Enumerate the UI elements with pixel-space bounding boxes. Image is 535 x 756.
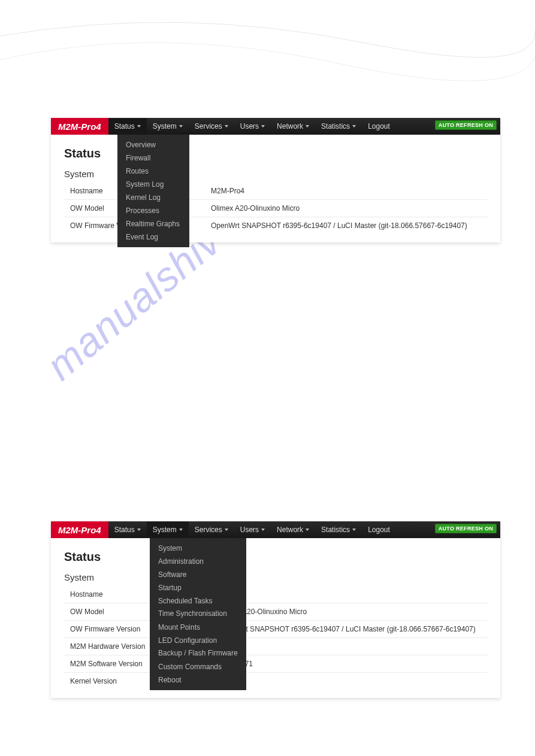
- caret-icon: [261, 529, 265, 531]
- caret-icon: [352, 529, 356, 531]
- nav: Status System Services Users Network Sta…: [108, 118, 396, 135]
- row-val: M2M-Pro4: [205, 183, 487, 200]
- table-row: OW Firmware Version enWrt SNAPSHOT r6395…: [64, 621, 487, 638]
- menu-scheduled-tasks[interactable]: Scheduled Tasks: [150, 594, 246, 608]
- nav-network[interactable]: Network: [271, 118, 315, 135]
- nav-network-label: Network: [277, 526, 303, 534]
- row-val: Olimex A20-Olinuxino Micro: [205, 200, 487, 217]
- menu-routes[interactable]: Routes: [117, 165, 189, 178]
- decorative-wave: [0, 0, 535, 96]
- nav-services[interactable]: Services: [189, 118, 234, 135]
- auto-refresh-badge[interactable]: AUTO REFRESH ON: [435, 524, 497, 533]
- nav-users[interactable]: Users: [234, 521, 271, 538]
- caret-icon: [225, 529, 228, 531]
- table-row: M2M Software Version 905271: [64, 655, 487, 673]
- caret-icon: [352, 125, 356, 127]
- nav-logout-label: Logout: [368, 122, 390, 130]
- auto-refresh-badge[interactable]: AUTO REFRESH ON: [435, 120, 497, 130]
- caret-icon: [306, 125, 309, 127]
- caret-icon: [179, 529, 183, 531]
- nav-statistics[interactable]: Statistics: [315, 521, 362, 538]
- nav-status[interactable]: Status: [108, 521, 147, 538]
- navbar: M2M-Pro4 Status System Services Users Ne…: [51, 521, 500, 538]
- nav-system-label: System: [153, 122, 177, 130]
- nav-services-label: Services: [195, 526, 222, 534]
- nav-users-label: Users: [240, 122, 259, 130]
- menu-led-config[interactable]: LED Configuration: [150, 634, 246, 647]
- nav: Status System Services Users Network Sta…: [108, 521, 396, 538]
- menu-realtime-graphs[interactable]: Realtime Graphs: [117, 217, 189, 230]
- nav-services[interactable]: Services: [189, 521, 234, 538]
- nav-network[interactable]: Network: [271, 521, 315, 538]
- brand[interactable]: M2M-Pro4: [51, 118, 108, 135]
- menu-administration[interactable]: Administration: [150, 555, 246, 568]
- nav-logout-label: Logout: [368, 526, 390, 534]
- brand[interactable]: M2M-Pro4: [51, 521, 108, 538]
- nav-statistics[interactable]: Statistics: [315, 118, 362, 135]
- menu-time-sync[interactable]: Time Synchronisation: [150, 608, 246, 621]
- caret-icon: [306, 529, 309, 531]
- menu-overview[interactable]: Overview: [117, 138, 189, 151]
- menu-processes[interactable]: Processes: [117, 204, 189, 217]
- row-val: enWrt SNAPSHOT r6395-6c19407 / LuCI Mast…: [205, 621, 487, 638]
- nav-status-label: Status: [114, 526, 135, 534]
- nav-users[interactable]: Users: [234, 118, 271, 135]
- screenshot-system-menu: M2M-Pro4 Status System Services Users Ne…: [51, 521, 500, 698]
- row-val: Pro4: [205, 586, 487, 603]
- nav-logout[interactable]: Logout: [362, 521, 396, 538]
- navbar: M2M-Pro4 Status System Services Users Ne…: [51, 118, 500, 135]
- system-dropdown: System Administration Software Startup S…: [150, 538, 246, 690]
- row-val: 905271: [205, 655, 487, 673]
- nav-statistics-label: Statistics: [321, 122, 350, 130]
- table-row: OW Model nex A20-Olinuxino Micro: [64, 603, 487, 621]
- nav-users-label: Users: [240, 526, 259, 534]
- nav-logout[interactable]: Logout: [362, 118, 396, 135]
- page-title: Status: [64, 550, 487, 564]
- system-table: Hostname Pro4 OW Model nex A20-Olinuxino…: [64, 586, 487, 690]
- caret-icon: [179, 125, 183, 127]
- menu-system[interactable]: System: [150, 542, 246, 555]
- table-row: Kernel Version 4.23: [64, 673, 487, 690]
- menu-custom-commands[interactable]: Custom Commands: [150, 660, 246, 673]
- nav-status-label: Status: [114, 122, 135, 130]
- menu-mount-points[interactable]: Mount Points: [150, 621, 246, 634]
- row-val: nex A20-Olinuxino Micro: [205, 603, 487, 621]
- menu-startup[interactable]: Startup: [150, 581, 246, 594]
- nav-network-label: Network: [277, 122, 303, 130]
- table-row: Hostname Pro4: [64, 586, 487, 603]
- row-val: 4.23: [205, 673, 487, 690]
- nav-system-label: System: [153, 526, 177, 534]
- caret-icon: [137, 529, 141, 531]
- status-dropdown: Overview Firewall Routes System Log Kern…: [117, 135, 189, 247]
- menu-reboot[interactable]: Reboot: [150, 673, 246, 687]
- caret-icon: [225, 125, 228, 127]
- screenshot-status-menu: M2M-Pro4 Status System Services Users Ne…: [51, 118, 500, 242]
- row-val: OpenWrt SNAPSHOT r6395-6c19407 / LuCI Ma…: [205, 217, 487, 235]
- menu-software[interactable]: Software: [150, 568, 246, 581]
- menu-firewall[interactable]: Firewall: [117, 151, 189, 165]
- nav-system[interactable]: System: [147, 521, 189, 538]
- nav-status[interactable]: Status: [108, 118, 147, 135]
- menu-kernel-log[interactable]: Kernel Log: [117, 191, 189, 204]
- row-val: 008x: [205, 638, 487, 655]
- caret-icon: [137, 125, 141, 127]
- menu-backup-flash[interactable]: Backup / Flash Firmware: [150, 647, 246, 660]
- section-title: System: [64, 572, 487, 582]
- nav-services-label: Services: [195, 122, 222, 130]
- caret-icon: [261, 125, 265, 127]
- table-row: M2M Hardware Version 008x: [64, 638, 487, 655]
- menu-system-log[interactable]: System Log: [117, 178, 189, 191]
- nav-system[interactable]: System: [147, 118, 189, 135]
- menu-event-log[interactable]: Event Log: [117, 230, 189, 244]
- nav-statistics-label: Statistics: [321, 526, 350, 534]
- panel-body: Status System Hostname Pro4 OW Model nex…: [51, 538, 500, 698]
